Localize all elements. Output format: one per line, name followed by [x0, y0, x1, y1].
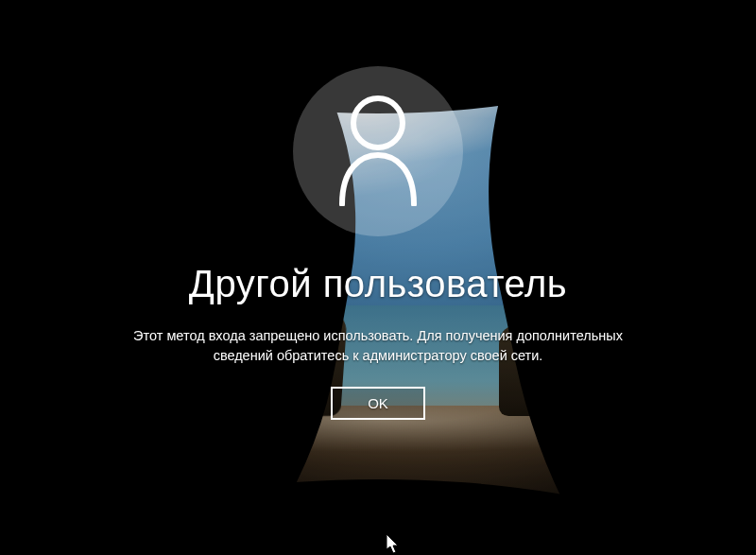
- login-panel: Другой пользователь Этот метод входа зап…: [0, 66, 756, 420]
- signin-error-message: Этот метод входа запрещено использовать.…: [132, 326, 624, 366]
- user-icon: [331, 93, 425, 210]
- ok-button[interactable]: OK: [331, 387, 425, 420]
- svg-point-0: [353, 98, 403, 147]
- username-label: Другой пользователь: [189, 263, 567, 305]
- user-avatar: [293, 66, 463, 236]
